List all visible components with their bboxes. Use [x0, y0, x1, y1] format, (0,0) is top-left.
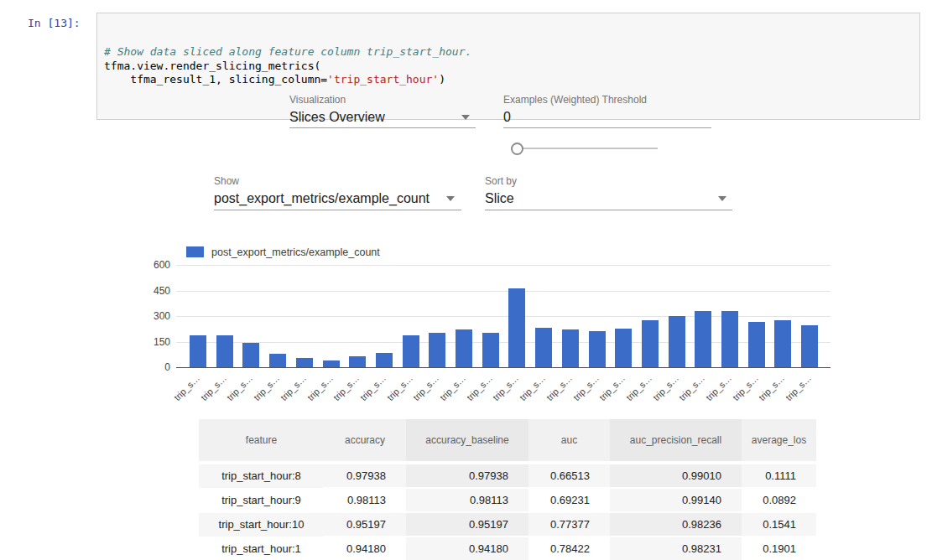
- chevron-down-icon[interactable]: [461, 115, 470, 120]
- table-row[interactable]: trip_start_hour:10.941800.941800.784220.…: [199, 537, 816, 560]
- y-axis-tick: 150: [138, 336, 170, 348]
- bar[interactable]: [589, 331, 606, 368]
- feature-cell: trip_start_hour:9: [199, 489, 324, 513]
- metric-cell: 0.95197: [324, 513, 406, 537]
- metric-cell: 0.77377: [528, 513, 610, 537]
- column-header[interactable]: auc_precision_recall: [610, 419, 742, 461]
- sort-by-dropdown[interactable]: Slice: [485, 191, 514, 206]
- table-row[interactable]: trip_start_hour:90.981130.981130.692310.…: [199, 489, 816, 513]
- x-axis-label: trip_s…: [153, 373, 201, 422]
- bar[interactable]: [429, 333, 445, 368]
- metric-cell: 0.0892: [742, 489, 816, 512]
- feature-cell: trip_start_hour:8: [199, 464, 324, 489]
- metric-cell: 0.98113: [324, 489, 406, 512]
- metric-cell: 0.97938: [406, 464, 528, 488]
- y-axis-tick: 0: [138, 361, 170, 373]
- metric-cell: 0.98113: [406, 489, 528, 512]
- code-line: # Show data sliced along feature column …: [104, 45, 913, 60]
- column-header[interactable]: feature: [199, 419, 324, 461]
- threshold-label: Examples (Weighted) Threshold: [503, 94, 647, 106]
- metrics-table: featureaccuracyaccuracy_baselineaucauc_p…: [199, 419, 816, 560]
- metric-cell: 0.1111: [742, 464, 816, 488]
- cell-prompt: In [13]:: [28, 17, 81, 29]
- column-header[interactable]: auc: [528, 419, 610, 461]
- visualization-label: Visualization: [289, 94, 346, 106]
- metric-cell: 0.95197: [406, 513, 528, 537]
- gridline: [176, 291, 830, 292]
- threshold-input[interactable]: 0: [503, 110, 511, 125]
- bar[interactable]: [562, 329, 579, 368]
- bar[interactable]: [535, 328, 552, 368]
- bar[interactable]: [269, 354, 286, 368]
- bar[interactable]: [216, 335, 233, 368]
- chevron-down-icon[interactable]: [718, 196, 726, 201]
- metric-cell: 0.1541: [742, 513, 816, 537]
- bar[interactable]: [642, 320, 659, 368]
- threshold-underline: [503, 127, 711, 128]
- visualization-underline: [289, 127, 476, 128]
- table-header-row: featureaccuracyaccuracy_baselineaucauc_p…: [199, 419, 816, 461]
- gridline: [176, 265, 830, 266]
- column-header[interactable]: accuracy: [324, 419, 406, 461]
- metric-cell: 0.78422: [528, 537, 610, 560]
- metric-cell: 0.98231: [610, 537, 742, 560]
- code-lines: # Show data sliced along feature column …: [104, 45, 913, 87]
- threshold-slider-track[interactable]: [517, 148, 658, 149]
- metric-cell: 0.69231: [528, 489, 610, 512]
- table-row[interactable]: trip_start_hour:100.951970.951970.773770…: [199, 513, 816, 537]
- bar[interactable]: [190, 335, 206, 368]
- code-line: tfma_result_1, slicing_column='trip_star…: [104, 73, 913, 87]
- chart-plot: 0150300450600trip_s…trip_s…trip_s…trip_s…: [176, 266, 830, 368]
- visualization-dropdown[interactable]: Slices Overview: [289, 110, 385, 125]
- threshold-slider-knob[interactable]: [511, 143, 523, 155]
- bar[interactable]: [376, 353, 393, 368]
- metric-cell: 0.1901: [742, 537, 816, 560]
- gridline: [176, 367, 830, 368]
- metric-cell: 0.94180: [406, 537, 528, 560]
- bar[interactable]: [482, 333, 499, 368]
- chevron-down-icon[interactable]: [446, 196, 455, 201]
- bar[interactable]: [456, 329, 472, 368]
- metric-cell: 0.99010: [610, 464, 742, 488]
- bar[interactable]: [801, 325, 818, 368]
- bar[interactable]: [695, 311, 711, 368]
- metric-cell: 0.98236: [610, 513, 742, 537]
- bar[interactable]: [242, 343, 259, 369]
- notebook-page: In [13]: # Show data sliced along featur…: [0, 0, 932, 560]
- metric-cell: 0.66513: [528, 464, 610, 488]
- bar[interactable]: [748, 322, 765, 368]
- bar[interactable]: [615, 329, 632, 368]
- column-header[interactable]: accuracy_baseline: [406, 419, 528, 461]
- metric-cell: 0.97938: [324, 464, 406, 488]
- y-axis-tick: 600: [138, 259, 170, 271]
- y-axis-tick: 450: [138, 285, 170, 297]
- metric-cell: 0.94180: [324, 537, 406, 560]
- y-axis-tick: 300: [138, 310, 170, 322]
- table-row[interactable]: trip_start_hour:80.979380.979380.665130.…: [199, 464, 816, 489]
- bar[interactable]: [774, 320, 791, 368]
- show-dropdown[interactable]: post_export_metrics/example_count: [214, 191, 430, 206]
- sort-by-underline: [485, 210, 732, 210]
- bar[interactable]: [349, 356, 366, 368]
- bar[interactable]: [669, 316, 685, 368]
- bar[interactable]: [508, 288, 525, 368]
- bar[interactable]: [721, 311, 738, 368]
- bar[interactable]: [403, 335, 419, 368]
- feature-cell: trip_start_hour:10: [199, 513, 324, 537]
- legend-swatch: [186, 246, 204, 257]
- legend-label: post_export_metrics/example_count: [211, 246, 380, 258]
- metric-cell: 0.99140: [610, 489, 742, 512]
- column-header[interactable]: average_los: [742, 419, 816, 461]
- feature-cell: trip_start_hour:1: [199, 537, 324, 560]
- show-label: Show: [214, 175, 239, 187]
- show-underline: [214, 210, 461, 210]
- sort-by-label: Sort by: [485, 175, 517, 187]
- code-line: tfma.view.render_slicing_metrics(: [104, 60, 913, 74]
